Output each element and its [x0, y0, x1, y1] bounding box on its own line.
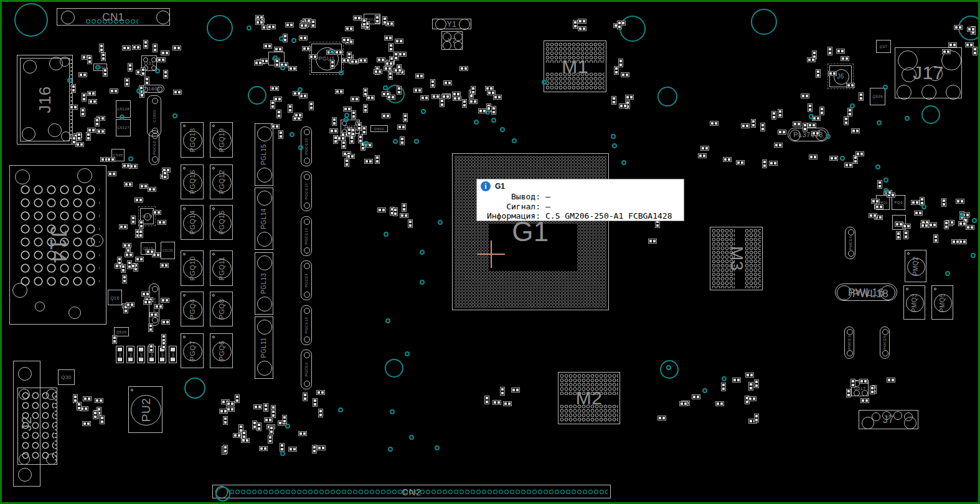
smd-part [274, 47, 283, 52]
smd-part [345, 26, 354, 31]
component-pgq6[interactable]: PGQ6 [210, 333, 233, 368]
component-c6135[interactable]: C6135 [161, 242, 175, 259]
component-pgce16[interactable]: PGCE16 [301, 171, 312, 211]
via [385, 318, 390, 323]
component-label: Q16 [110, 295, 120, 300]
smd-part [846, 389, 851, 397]
component-pgq14[interactable]: PGQ14 [181, 205, 204, 240]
via [420, 250, 425, 255]
component-m1[interactable]: M1 [544, 40, 606, 92]
component-pgl11[interactable]: PGL11 [255, 316, 273, 379]
component-pm03[interactable]: PM03 [137, 346, 145, 363]
component-label: PMCE6 [849, 235, 852, 250]
component-label: Y1 [447, 21, 457, 28]
component-pm02[interactable]: PM02 [126, 346, 134, 363]
component-pgq8[interactable]: PGQ8 [210, 292, 233, 326]
component-pgq4[interactable]: PGQ4 [181, 292, 204, 326]
component-c5127[interactable]: C5127 [116, 119, 131, 136]
smd-part [126, 302, 134, 307]
smd-part [271, 409, 276, 418]
component-pgce18[interactable]: PGCE18 [301, 305, 312, 345]
boardview-canvas[interactable]: CN1J16J14J2PU2CN2G1M1M2M3J17J7Y1Y2PGU1PG… [0, 0, 980, 504]
mounting-hole [921, 105, 940, 124]
tooltip-row-value: — [545, 192, 550, 202]
component-m3[interactable]: M3 [710, 227, 763, 290]
smd-part [366, 95, 375, 100]
component-pgq7[interactable]: PGQ7 [181, 333, 204, 368]
component-pl37003[interactable]: PL37003 [788, 128, 829, 141]
component-j14[interactable]: J14 [9, 165, 106, 325]
smd-part [255, 20, 264, 25]
component-pmq3[interactable]: PMQ3 [903, 285, 925, 320]
via [405, 351, 410, 356]
smd-part [430, 79, 435, 88]
smd-part [161, 320, 170, 325]
component-pmce5[interactable]: PMCE5 [880, 326, 890, 359]
tooltip-row-value: — [545, 202, 550, 212]
smd-part [754, 379, 759, 388]
component-pm06[interactable]: PM06 [169, 346, 177, 363]
smd-part [329, 128, 338, 133]
smd-part [259, 446, 268, 451]
component-cn1[interactable]: CN1 [57, 8, 170, 26]
component-label: CN2 [402, 487, 422, 497]
component-cn2[interactable]: CN2 [212, 485, 611, 498]
smd-part [127, 260, 132, 269]
component-y2[interactable]: Y2 [441, 31, 463, 50]
component-pgq16[interactable]: PGQ16 [181, 164, 204, 199]
component-y1[interactable]: Y1 [432, 19, 471, 29]
component-pgce0[interactable]: PGCE0 [149, 130, 159, 165]
component-pwl16[interactable]: PWL16PWL18 [835, 283, 897, 301]
component-d502[interactable]: D502 [370, 125, 388, 132]
component-pgl15[interactable]: PGL15 [255, 123, 273, 186]
component-label: PGCE2 [304, 363, 308, 377]
component-q16[interactable]: Q16 [108, 290, 122, 305]
smd-part [859, 379, 868, 384]
component-j7[interactable]: J7 [859, 410, 918, 429]
smd-part [377, 207, 386, 212]
smd-part [153, 44, 158, 52]
smd-part [700, 146, 709, 151]
smd-part [377, 57, 385, 62]
component-j16[interactable]: J16 [17, 55, 73, 145]
component-pgl14[interactable]: PGL14 [255, 188, 273, 250]
smd-part [362, 126, 367, 135]
component-q30[interactable]: Q30 [58, 369, 75, 385]
component-pmq2[interactable]: PMQ2 [905, 250, 926, 282]
component[interactable] [17, 388, 57, 465]
smd-part [149, 344, 154, 353]
smd-part [375, 15, 380, 24]
smd-part [87, 55, 92, 64]
smd-part [112, 335, 117, 344]
component-pu2[interactable]: PU2 [128, 386, 163, 433]
component-pgl13[interactable]: PGL13 [255, 252, 273, 315]
component-pgq11[interactable]: PGQ11 [210, 250, 233, 286]
component-pgq15[interactable]: PGQ15 [210, 205, 233, 240]
component-label: PGL15 [261, 144, 267, 165]
smd-part [692, 394, 700, 399]
component-j17[interactable]: J17 [895, 47, 962, 98]
via [364, 141, 369, 146]
component-q97[interactable]: Q97 [876, 40, 891, 53]
component-m2[interactable]: M2 [558, 372, 620, 424]
component-q509[interactable]: Q509 [870, 88, 885, 105]
component-pm01[interactable]: PM01 [116, 346, 124, 363]
smd-part [268, 435, 273, 444]
component-pgce2[interactable]: PGCE2 [301, 349, 312, 389]
smd-part [110, 88, 118, 93]
component-pmq5[interactable]: PMQ5 [931, 285, 953, 320]
component-pmce3[interactable]: PMCE3 [844, 326, 854, 359]
component-pgq18[interactable]: PGQ18 [181, 122, 204, 158]
via [128, 156, 133, 161]
component-pgq10[interactable]: PGQ10 [181, 250, 204, 286]
component-pgce15[interactable]: PGCE15 [301, 216, 312, 256]
smd-part [710, 121, 719, 126]
component-label: C6135 [163, 249, 173, 252]
component-pgq12[interactable]: PGQ12 [210, 164, 233, 199]
component-pgce4[interactable]: PGCE4 [301, 260, 312, 300]
component-pgq19[interactable]: PGQ19 [210, 122, 233, 158]
smd-part [141, 67, 146, 76]
smd-part [71, 84, 76, 93]
component-pmce6[interactable]: PMCE6 [845, 227, 855, 259]
component-g1[interactable]: G1 [452, 153, 609, 310]
